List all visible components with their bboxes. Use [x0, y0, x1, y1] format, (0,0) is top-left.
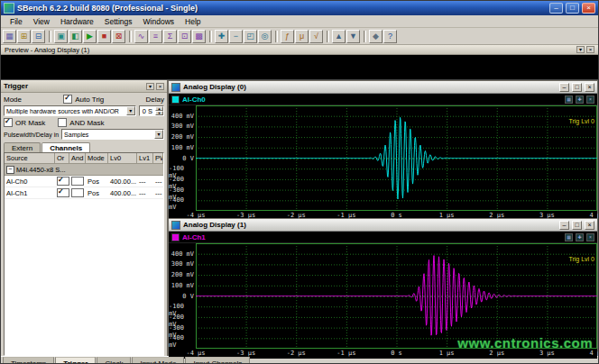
trigger-level-label[interactable]: Trig Lvl 0 — [568, 118, 594, 125]
waveform-plot[interactable]: Trig Lvl 0 — [196, 243, 597, 349]
strip-close-icon[interactable]: × — [586, 233, 594, 241]
tab-clock[interactable]: Clock — [97, 357, 131, 364]
new-project-button[interactable]: ▦ — [3, 30, 16, 43]
zoom-out-button[interactable]: − — [229, 30, 243, 43]
menu-settings[interactable]: Settings — [99, 17, 138, 26]
export-data-button[interactable]: ▲ — [332, 30, 346, 43]
zoom-in-button[interactable]: ✚ — [215, 30, 228, 43]
menu-view[interactable]: View — [28, 17, 55, 26]
dock-chevron-down-icon[interactable]: ▾ — [146, 83, 154, 90]
row-and-checkbox[interactable] — [71, 177, 84, 186]
auto-trig-checkbox[interactable] — [63, 95, 72, 104]
strip-zoom-icon[interactable]: ✚ — [576, 233, 584, 241]
import-data-button[interactable]: ▼ — [346, 30, 360, 43]
tab-trigger[interactable]: Trigger — [55, 357, 96, 364]
stop-acquisition-button[interactable]: ■ — [97, 30, 111, 43]
abort-acquisition-button[interactable]: ⊠ — [112, 30, 125, 43]
row-and-checkbox[interactable] — [71, 188, 84, 197]
strip-close-icon[interactable]: × — [586, 96, 594, 104]
x-tick-label: 2 µs — [489, 350, 504, 357]
collapse-icon[interactable]: − — [6, 166, 14, 174]
cursor-button[interactable]: ◎ — [258, 30, 272, 43]
strip-settings-icon[interactable]: ▦ — [565, 233, 573, 241]
digital-display-button[interactable]: ≡ — [149, 30, 162, 43]
tab-extern[interactable]: Extern — [4, 142, 41, 152]
delay-spinner[interactable]: 0 S ▲ ▼ — [139, 105, 164, 116]
pulsewidth-unit-select[interactable]: Samples ▾ — [61, 129, 164, 140]
display-minimize-button[interactable]: – — [559, 221, 569, 230]
menu-file[interactable]: File — [5, 17, 28, 26]
average-button[interactable]: μ — [295, 30, 309, 43]
close-button[interactable]: × — [582, 3, 595, 14]
channel-color-swatch — [171, 233, 180, 241]
display-maximize-button[interactable]: □ — [572, 83, 582, 92]
fft-button[interactable]: √ — [309, 30, 323, 43]
hardware-card-button[interactable]: ▣ — [54, 30, 68, 43]
delay-label: Delay — [146, 96, 164, 104]
save-project-button[interactable]: ⊟ — [32, 30, 45, 43]
x-tick-label: -4 µs — [186, 350, 205, 357]
delay-down-icon[interactable]: ▼ — [155, 111, 163, 115]
menu-hardware[interactable]: Hardware — [55, 17, 99, 26]
maximize-button[interactable]: □ — [566, 3, 579, 14]
menu-help[interactable]: Help — [180, 17, 206, 26]
x-tick-label: 4 µs — [590, 350, 599, 357]
multi-display-button[interactable]: ▩ — [192, 30, 206, 43]
col-pw: PW — [153, 153, 163, 164]
input-channels-button[interactable]: ◧ — [69, 30, 82, 43]
spectrum-display-button[interactable]: Σ — [163, 30, 177, 43]
menu-windows[interactable]: Windows — [138, 17, 180, 26]
trigger-mode-dropdown-icon[interactable]: ▾ — [126, 106, 135, 115]
pulsewidth-dropdown-icon[interactable]: ▾ — [154, 130, 163, 139]
x-tick-label: 1 µs — [439, 350, 455, 357]
y-tick-label: -400 mV — [169, 196, 194, 211]
preview-chevron-down-icon[interactable]: ▾ — [576, 46, 585, 53]
tab-input-mode[interactable]: Input Mode — [132, 357, 184, 364]
strip-zoom-icon[interactable]: ✚ — [576, 96, 584, 104]
display-maximize-button[interactable]: □ — [572, 221, 582, 230]
main-area: Trigger ▾ × Mode Auto Trig Delay Multipl… — [1, 80, 598, 356]
waveform-plot[interactable]: Trig Lvl 0 — [196, 105, 597, 211]
table-group-row[interactable]: − M4i.4450-x8 S... — [5, 164, 163, 176]
or-mask-checkbox[interactable] — [4, 118, 13, 127]
preview-display-area[interactable] — [1, 55, 598, 80]
trigger-level-label[interactable]: Trig Lvl 0 — [568, 256, 594, 263]
row-mode[interactable]: Pos — [86, 189, 108, 197]
trigger-panel-header[interactable]: Trigger ▾ × — [1, 80, 167, 93]
start-acquisition-button[interactable]: ▶ — [83, 30, 97, 43]
zoom-full-button[interactable]: ◰ — [244, 30, 257, 43]
trigger-panel: Trigger ▾ × Mode Auto Trig Delay Multipl… — [1, 80, 168, 356]
open-project-button[interactable]: ⊞ — [17, 30, 31, 43]
dock-close-icon[interactable]: × — [156, 83, 164, 90]
xy-display-button[interactable]: ⊡ — [178, 30, 191, 43]
display-close-button[interactable]: × — [585, 83, 594, 92]
col-lv0: Lv0 — [108, 153, 137, 164]
row-mode[interactable]: Pos — [86, 177, 108, 186]
display-minimize-button[interactable]: – — [559, 83, 569, 92]
display-title-bar[interactable]: Analog Display (0) – □ × — [169, 81, 597, 94]
and-mask-checkbox[interactable] — [58, 118, 67, 127]
display-close-button[interactable]: × — [585, 221, 594, 230]
x-tick-label: 4 µs — [590, 212, 599, 219]
tab-timestamp[interactable]: Timestamp — [3, 357, 54, 364]
help-button[interactable]: ? — [383, 30, 397, 43]
preferences-button[interactable]: ◆ — [369, 30, 382, 43]
trigger-mode-select[interactable]: Multiple hardware sources with AND/OR ▾ — [4, 105, 136, 116]
y-tick-label: 300 mV — [171, 123, 194, 130]
minimize-button[interactable]: – — [549, 3, 563, 14]
table-row[interactable]: AI-Ch0 Pos 400.00... --- --- — [5, 176, 163, 187]
display-title-bar[interactable]: Analog Display (1) – □ × — [169, 219, 597, 232]
calculation-button[interactable]: ƒ — [281, 30, 294, 43]
analog-display-button[interactable]: ∿ — [134, 30, 148, 43]
toolbar-separator — [209, 31, 212, 42]
strip-settings-icon[interactable]: ▦ — [565, 96, 573, 104]
tab-channels[interactable]: Channels — [41, 142, 90, 152]
row-or-checkbox[interactable] — [57, 188, 69, 197]
row-lv0[interactable]: 400.00... — [108, 177, 137, 186]
preview-close-icon[interactable]: × — [586, 46, 594, 53]
row-or-checkbox[interactable] — [57, 177, 69, 186]
table-row[interactable]: AI-Ch1 Pos 400.00... --- --- — [5, 187, 163, 199]
row-pw: --- — [153, 189, 163, 197]
y-tick-label: 400 mV — [171, 113, 194, 120]
row-lv0[interactable]: 400.00... — [108, 189, 137, 197]
